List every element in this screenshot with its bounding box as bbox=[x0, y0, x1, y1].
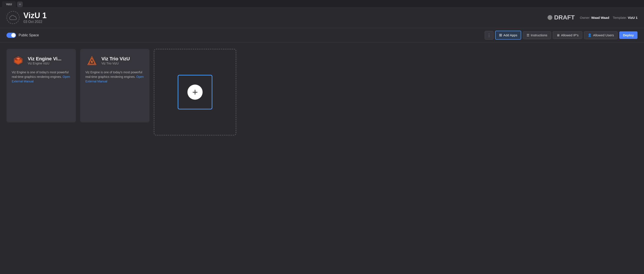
header-right: DRAFT Owner: Waad Waad Template: VizU 1 bbox=[548, 14, 638, 21]
cloud-icon bbox=[6, 11, 20, 24]
add-apps-icon: ⊞ bbox=[499, 33, 502, 37]
viz-engine-sub: Viz Engine VizU bbox=[28, 62, 62, 65]
add-apps-label: Add Apps bbox=[503, 33, 517, 37]
allowed-ips-label: Allowed IP's bbox=[561, 33, 578, 37]
add-apps-button[interactable]: ⊞ Add Apps bbox=[495, 31, 521, 40]
viz-engine-name: Viz Engine Vi... bbox=[28, 56, 62, 62]
draft-label: DRAFT bbox=[554, 14, 575, 21]
viz-trio-sub: Viz Trio VizU bbox=[102, 62, 130, 65]
viz-trio-card-header: Viz Trio VizU Viz Trio VizU bbox=[86, 54, 144, 67]
draft-dot bbox=[548, 15, 552, 20]
viz-trio-desc: Viz Engine is one of today's most powerf… bbox=[86, 70, 144, 84]
viz-engine-titles: Viz Engine Vi... Viz Engine VizU bbox=[28, 56, 62, 65]
more-options-button[interactable]: ⋮ bbox=[485, 31, 494, 40]
header-left: VizU 1 03 Oct 2022 bbox=[6, 11, 46, 24]
viz-engine-card: Viz Engine Vi... Viz Engine VizU Viz Eng… bbox=[6, 49, 76, 123]
tab-bar: VizU + bbox=[0, 0, 644, 7]
toolbar-right: ⋮ ⊞ Add Apps ☰ Instructions 🖥 Allowed IP… bbox=[485, 31, 638, 40]
page-header: VizU 1 03 Oct 2022 DRAFT Owner: Waad Waa… bbox=[0, 7, 644, 28]
public-space-label: Public Space bbox=[19, 33, 39, 37]
header-meta: Owner: Waad Waad Template: VizU 1 bbox=[580, 16, 638, 19]
instructions-button[interactable]: ☰ Instructions bbox=[523, 31, 551, 39]
template-label: Template: bbox=[613, 16, 627, 19]
more-options-icon: ⋮ bbox=[487, 33, 491, 37]
viz-trio-name: Viz Trio VizU bbox=[102, 56, 130, 62]
owner-value: Waad Waad bbox=[591, 16, 609, 19]
owner-label: Owner: bbox=[580, 16, 590, 19]
page-title: VizU 1 bbox=[24, 11, 46, 20]
allowed-users-button[interactable]: 👤 Allowed Users bbox=[584, 31, 618, 39]
viz-engine-card-header: Viz Engine Vi... Viz Engine VizU bbox=[12, 54, 71, 67]
toggle-knob bbox=[11, 33, 16, 37]
add-app-button[interactable]: + bbox=[178, 75, 212, 110]
template-value: VizU 1 bbox=[628, 16, 638, 19]
main-content: Viz Engine Vi... Viz Engine VizU Viz Eng… bbox=[0, 42, 644, 142]
viz-trio-titles: Viz Trio VizU Viz Trio VizU bbox=[102, 56, 130, 65]
plus-icon: + bbox=[188, 85, 202, 100]
viz-trio-logo bbox=[86, 54, 98, 67]
allowed-users-label: Allowed Users bbox=[593, 33, 614, 37]
deploy-button[interactable]: Deploy bbox=[619, 31, 638, 39]
allowed-ips-icon: 🖥 bbox=[556, 33, 560, 37]
add-app-slot: + bbox=[154, 49, 236, 136]
tab-add-button[interactable]: + bbox=[17, 1, 23, 7]
allowed-users-icon: 👤 bbox=[588, 33, 592, 37]
instructions-label: Instructions bbox=[531, 33, 547, 37]
tab-vizu[interactable]: VizU bbox=[2, 1, 16, 7]
toolbar: Public Space ⋮ ⊞ Add Apps ☰ Instructions… bbox=[0, 28, 644, 42]
header-title-block: VizU 1 03 Oct 2022 bbox=[24, 11, 46, 24]
deploy-label: Deploy bbox=[623, 33, 634, 37]
allowed-ips-button[interactable]: 🖥 Allowed IP's bbox=[553, 31, 582, 39]
draft-badge: DRAFT bbox=[548, 14, 575, 21]
instructions-icon: ☰ bbox=[526, 33, 529, 37]
toolbar-left: Public Space bbox=[6, 33, 39, 38]
viz-trio-card: Viz Trio VizU Viz Trio VizU Viz Engine i… bbox=[80, 49, 150, 123]
page-date: 03 Oct 2022 bbox=[24, 20, 46, 24]
viz-engine-logo bbox=[12, 54, 25, 67]
public-space-toggle[interactable] bbox=[6, 33, 16, 38]
viz-engine-desc: Viz Engine is one of today's most powerf… bbox=[12, 70, 71, 84]
